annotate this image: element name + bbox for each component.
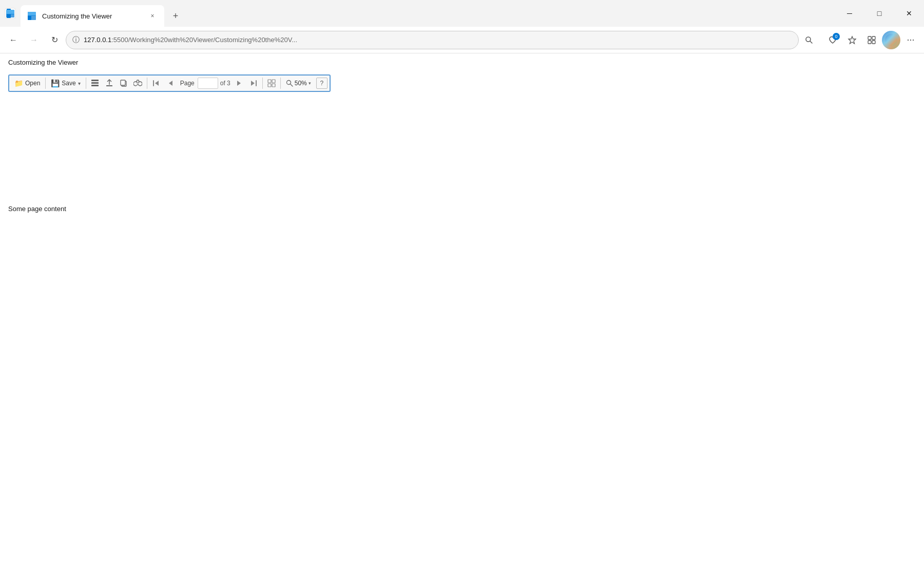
search-button[interactable]	[801, 32, 817, 48]
svg-rect-35	[268, 80, 271, 83]
new-tab-button[interactable]: +	[166, 7, 185, 25]
page-area: Customizing the Viewer 📁 Open 💾 Save ▾	[0, 53, 924, 565]
svg-point-39	[286, 81, 291, 85]
refresh-button[interactable]: ↻	[45, 31, 64, 49]
view-mode-icon	[267, 79, 276, 87]
back-button[interactable]: ←	[4, 31, 23, 49]
help-button[interactable]: ?	[316, 78, 328, 89]
page-content-text: Some page content	[8, 205, 916, 213]
svg-rect-38	[272, 84, 275, 87]
svg-line-9	[810, 41, 812, 43]
last-page-icon	[250, 80, 257, 87]
close-button[interactable]: ✕	[894, 3, 924, 24]
tab-favicon	[27, 11, 37, 21]
favorites-button[interactable]: 0	[823, 31, 842, 49]
svg-rect-6	[28, 12, 36, 16]
first-page-icon	[152, 80, 160, 87]
forward-button[interactable]: →	[25, 31, 43, 49]
next-page-icon	[237, 80, 242, 87]
layout-button[interactable]	[88, 77, 102, 90]
svg-rect-13	[868, 41, 871, 44]
svg-marker-32	[237, 81, 241, 86]
collections-button[interactable]	[862, 31, 881, 49]
upload-button[interactable]	[103, 77, 116, 90]
separator-4	[262, 78, 263, 89]
view-mode-button[interactable]	[265, 77, 278, 90]
svg-point-15	[885, 34, 897, 46]
title-bar: Customizing the Viewer × + ─ □ ✕	[0, 0, 924, 27]
tab-close-button[interactable]: ×	[147, 10, 158, 22]
separator-5	[280, 78, 281, 89]
find-button[interactable]	[131, 77, 145, 90]
page-heading: Customizing the Viewer	[8, 59, 916, 66]
svg-rect-25	[137, 80, 139, 83]
browser-logo-icon	[5, 8, 16, 19]
copy-icon	[120, 79, 128, 87]
viewer-save-label: Save	[62, 80, 75, 87]
svg-rect-12	[872, 36, 875, 40]
maximize-button[interactable]: □	[864, 3, 894, 24]
minimize-button[interactable]: ─	[835, 3, 864, 24]
url-text: 127.0.0.1:5500/Working%20with%20Viewer/C…	[84, 36, 792, 44]
svg-marker-10	[849, 36, 856, 44]
svg-line-40	[291, 84, 293, 86]
favorites-badge: 0	[833, 33, 840, 40]
viewer-toolbar: 📁 Open 💾 Save ▾	[8, 74, 331, 92]
collections-icon	[867, 35, 876, 45]
svg-rect-22	[121, 80, 125, 85]
info-icon: ⓘ	[72, 35, 80, 45]
separator-3	[147, 78, 147, 89]
layout-icon	[91, 79, 99, 87]
copy-button[interactable]	[117, 77, 130, 90]
save-icon: 💾	[51, 79, 60, 87]
tab-title-text: Customizing the Viewer	[42, 12, 142, 20]
zoom-dropdown-icon: ▾	[309, 81, 311, 86]
svg-rect-7	[28, 15, 36, 20]
prev-page-icon	[168, 80, 173, 87]
binoculars-icon	[133, 80, 142, 87]
more-options-button[interactable]: ···	[901, 31, 920, 49]
svg-rect-17	[91, 82, 99, 84]
window-icon	[0, 0, 21, 27]
url-path: :5500/Working%20with%20Viewer/Customizin…	[111, 36, 297, 44]
url-host: 127.0.0.1	[84, 36, 111, 44]
nav-bar: ← → ↻ ⓘ 127.0.0.1:5500/Working%20with%20…	[0, 27, 924, 53]
toolbar-icons: 0	[823, 31, 920, 49]
svg-rect-11	[868, 36, 871, 40]
last-page-button[interactable]	[247, 77, 260, 90]
page-of-label: of 3	[220, 80, 230, 87]
viewer-save-button[interactable]: 💾 Save ▾	[48, 77, 83, 90]
svg-rect-3	[6, 14, 14, 17]
search-icon	[805, 36, 813, 44]
window-controls: ─ □ ✕	[835, 0, 924, 27]
zoom-search-icon	[286, 80, 293, 87]
next-page-button[interactable]	[233, 77, 246, 90]
svg-marker-31	[169, 81, 172, 86]
first-page-button[interactable]	[149, 77, 163, 90]
save-dropdown-icon: ▾	[78, 81, 81, 86]
svg-rect-37	[268, 84, 271, 87]
tab-bar: Customizing the Viewer × +	[21, 0, 835, 27]
svg-rect-18	[91, 85, 99, 86]
page-label: Page	[178, 80, 197, 87]
profile-button[interactable]	[882, 31, 900, 49]
address-bar[interactable]: ⓘ 127.0.0.1:5500/Working%20with%20Viewer…	[66, 31, 799, 49]
svg-rect-14	[872, 41, 875, 44]
profile-avatar-icon	[885, 34, 897, 46]
separator-1	[45, 78, 46, 89]
separator-2	[86, 78, 86, 89]
zoom-button[interactable]: 50% ▾	[283, 77, 314, 90]
viewer-open-button[interactable]: 📁 Open	[11, 77, 43, 90]
svg-rect-36	[272, 80, 275, 83]
svg-rect-2	[6, 10, 14, 14]
active-tab[interactable]: Customizing the Viewer ×	[21, 5, 164, 27]
zoom-level-label: 50%	[295, 80, 307, 87]
svg-marker-34	[251, 81, 255, 86]
svg-rect-16	[91, 80, 99, 81]
add-favorites-button[interactable]	[843, 31, 861, 49]
prev-page-button[interactable]	[164, 77, 177, 90]
star-icon	[848, 35, 857, 45]
svg-rect-19	[106, 85, 112, 86]
upload-icon	[105, 79, 113, 87]
page-input[interactable]	[198, 78, 218, 89]
